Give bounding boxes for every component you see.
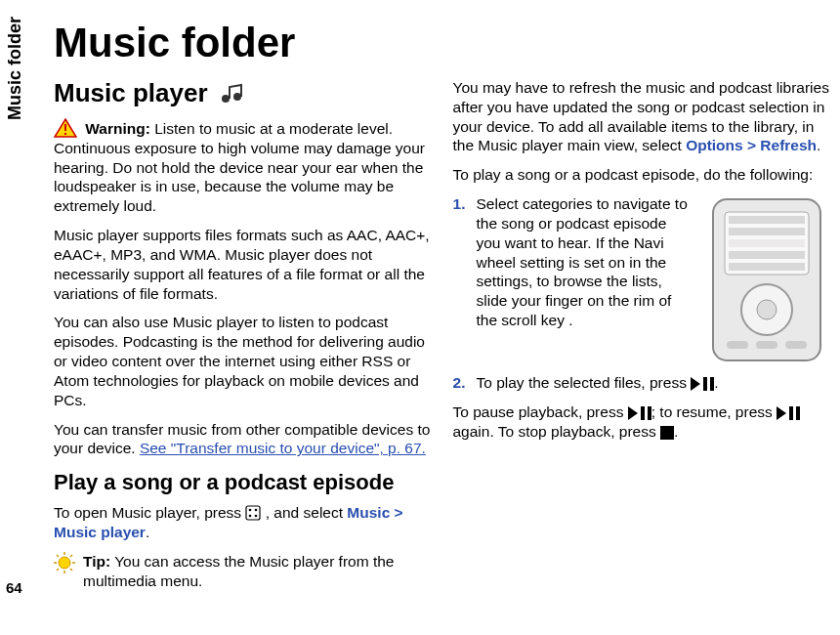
step-2: To play the selected files, press . (453, 373, 831, 393)
play-pause-icon-3 (777, 406, 800, 420)
step-1-text: Select categories to navigate to the son… (477, 194, 694, 330)
tip-label: Tip: (83, 553, 110, 570)
svg-rect-5 (64, 133, 66, 135)
play-song-heading: Play a song or a podcast episode (54, 470, 432, 495)
svg-point-28 (757, 300, 777, 319)
svg-marker-32 (691, 377, 700, 391)
open-player-pre: To open Music player, press (54, 504, 245, 521)
transfer-music-link[interactable]: See "Transfer music to your device", p. … (140, 440, 426, 456)
options-softlabel: Options (686, 137, 743, 153)
svg-rect-0 (218, 81, 247, 106)
svg-point-9 (249, 515, 252, 518)
svg-marker-38 (777, 406, 786, 420)
svg-point-8 (255, 509, 258, 512)
svg-rect-24 (729, 239, 805, 247)
open-player-post: , and select (266, 504, 348, 521)
svg-line-18 (70, 555, 72, 557)
play-pause-icon-2 (628, 406, 651, 420)
music-player-heading-text: Music player (54, 78, 208, 108)
svg-line-17 (70, 569, 72, 571)
svg-rect-4 (64, 124, 66, 131)
svg-rect-22 (729, 216, 805, 224)
svg-rect-36 (641, 406, 645, 420)
transfer-paragraph: You can transfer music from other compat… (54, 420, 432, 459)
page-root: Music folder 64 Music folder Music playe… (0, 0, 840, 635)
content-columns: Music player Warning: Listen to music at… (54, 78, 830, 606)
step-2-post: . (714, 374, 718, 391)
step-2-pre: To play the selected files, press (477, 374, 692, 391)
open-player-paragraph: To open Music player, press , and select… (54, 503, 432, 542)
svg-line-16 (57, 555, 59, 557)
music-player-icon (218, 81, 247, 106)
svg-line-19 (57, 569, 59, 571)
svg-rect-33 (703, 377, 707, 391)
svg-rect-23 (729, 228, 805, 235)
warning-label: Warning: (85, 120, 150, 137)
svg-rect-39 (789, 406, 793, 420)
pause-again: again. To stop playback, press (453, 423, 661, 440)
pause-pre: To pause playback, press (453, 403, 628, 420)
step-1: Select categories to navigate to the son… (453, 194, 831, 365)
tip-text-wrap: Tip: You can access the Music player fro… (83, 552, 432, 591)
pause-paragraph: To pause playback, press ; to resume, pr… (453, 402, 831, 442)
pause-end: . (674, 423, 678, 440)
stop-icon (660, 426, 674, 440)
music-player-softlabel: Music player (54, 524, 146, 540)
gt-2: > (743, 137, 761, 153)
play-pause-icon (691, 377, 714, 391)
menu-key-icon (245, 505, 261, 521)
steps-list: Select categories to navigate to the son… (453, 194, 831, 393)
formats-paragraph: Music player supports files formats such… (54, 226, 432, 303)
svg-rect-26 (729, 263, 805, 271)
svg-rect-40 (796, 406, 800, 420)
gt-1: > (390, 504, 402, 521)
pause-mid: ; to resume, press (651, 403, 777, 420)
svg-point-7 (249, 509, 252, 512)
to-play-intro: To play a song or a podcast episode, do … (453, 165, 831, 185)
tip-row: Tip: You can access the Music player fro… (54, 552, 432, 591)
svg-marker-35 (628, 406, 638, 420)
podcast-paragraph: You can also use Music player to listen … (54, 313, 432, 409)
svg-rect-30 (785, 341, 807, 349)
svg-rect-25 (729, 251, 805, 259)
svg-point-2 (233, 93, 241, 101)
svg-rect-31 (756, 341, 777, 349)
refresh-paragraph: You may have to refresh the music and po… (453, 78, 831, 155)
page-title: Music folder (54, 20, 830, 66)
warning-paragraph: Warning: Listen to music at a moderate l… (54, 118, 432, 216)
tip-icon (54, 552, 75, 573)
music-softlabel: Music (347, 504, 390, 521)
svg-rect-6 (246, 506, 260, 520)
page-number: 64 (6, 579, 22, 596)
tip-body: You can access the Music player from the… (83, 553, 394, 589)
music-player-heading: Music player (54, 78, 432, 108)
side-tab-music-folder: Music folder (0, 0, 29, 137)
period-1: . (146, 524, 149, 540)
period-2: . (817, 137, 820, 153)
svg-point-10 (255, 515, 258, 518)
svg-point-11 (59, 557, 70, 569)
warning-icon (54, 118, 77, 138)
svg-rect-29 (727, 341, 748, 349)
svg-rect-41 (660, 426, 674, 440)
device-illustration (703, 194, 830, 365)
svg-point-1 (222, 95, 230, 103)
refresh-softlabel: Refresh (760, 137, 817, 153)
